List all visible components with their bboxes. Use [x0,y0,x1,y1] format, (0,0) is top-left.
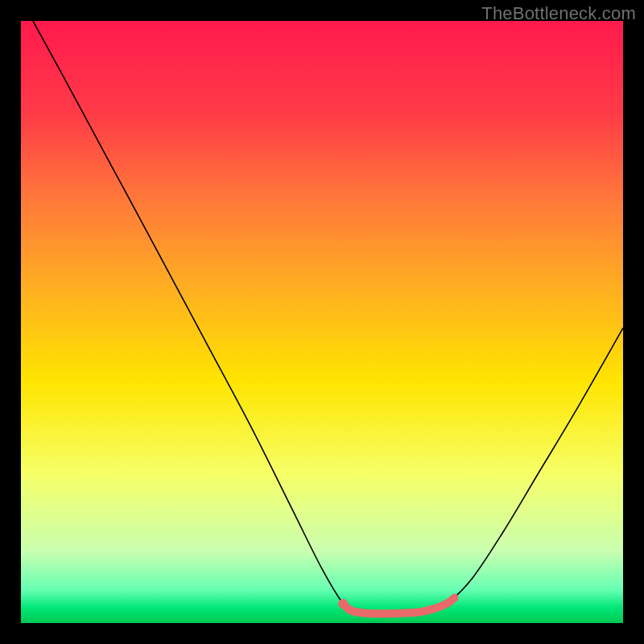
chart-plot-area [21,21,623,623]
chart-frame: TheBottleneck.com [0,0,644,644]
chart-background [21,21,623,623]
chart-svg [21,21,623,623]
series-highlight-dot [338,599,348,609]
